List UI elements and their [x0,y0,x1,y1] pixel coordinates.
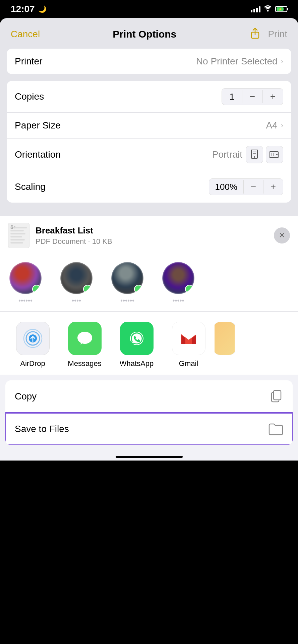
page-title: Print Options [113,29,176,40]
doc-info: Breakfast List PDF Document · 10 KB [36,225,112,246]
gmail-label: Gmail [179,359,198,368]
printer-card: Printer No Printer Selected › [7,49,291,74]
whatsapp-label: WhatsApp [120,359,154,368]
gmail-icon [172,322,205,355]
battery-icon: ⚡ [275,6,287,12]
scaling-label: Scaling [15,181,46,192]
list-item[interactable]: •••• [51,262,102,305]
scaling-stepper: 100% − + [209,178,284,195]
signal-bars-icon [251,6,260,12]
list-item[interactable]: ••••• [153,262,204,305]
doc-thumbnail: 5↑ [8,223,29,248]
whatsapp-item[interactable]: WhatsApp [111,322,163,368]
gmail-item[interactable]: Gmail [163,322,215,368]
home-bar[interactable] [116,456,183,458]
avatar [162,262,194,294]
contacts-row: •••••• •••• •••••• ••••• [0,255,298,312]
contact-name: •••• [72,297,81,305]
paper-size-value: A4 › [266,120,283,131]
document-preview-row: 5↑ Breakfast List PDF Document · 10 KB ✕ [0,216,298,255]
messages-item[interactable]: Messages [59,322,111,368]
close-document-button[interactable]: ✕ [274,227,290,244]
svg-rect-19 [274,390,281,400]
avatar [60,262,93,294]
printer-value: No Printer Selected › [196,56,283,67]
apps-row: AirDrop Messages WhatsApp [0,312,298,375]
print-settings-card: Copies 1 − + Paper Size A4 › Orientation… [7,81,291,203]
doc-preview-left: 5↑ Breakfast List PDF Document · 10 KB [8,223,112,248]
copy-row[interactable]: Copy [5,380,293,413]
copies-row: Copies 1 − + [7,81,291,113]
messages-label: Messages [68,359,101,368]
header-right: Print [249,28,287,41]
copies-label: Copies [15,91,44,102]
printer-chevron-icon: › [281,57,283,66]
contact-name: •••••• [120,297,134,305]
contact-name: ••••• [172,297,184,305]
folder-icon [269,422,283,436]
status-time: 12:07 [11,4,35,14]
moon-icon: 🌙 [38,5,47,13]
contact-name: •••••• [18,297,33,305]
svg-point-3 [254,156,255,158]
share-button[interactable] [249,28,261,41]
copy-label: Copy [15,391,37,402]
orientation-row: Orientation Portrait [7,139,291,171]
landscape-button[interactable] [266,146,283,163]
wifi-icon [264,5,272,13]
contact-badge [32,285,41,293]
copies-value: 1 [222,89,242,105]
print-header: Cancel Print Options Print [0,18,298,49]
more-item[interactable] [215,322,235,368]
scaling-increment-button[interactable]: + [263,179,283,195]
orientation-label: Orientation [15,149,61,160]
airdrop-icon [16,322,50,355]
status-icons: ⚡ [251,5,287,13]
printer-label: Printer [15,56,42,67]
orientation-buttons [246,146,283,163]
cancel-button[interactable]: Cancel [11,29,40,40]
copies-increment-button[interactable]: + [263,89,283,105]
status-bar: 12:07 🌙 ⚡ [0,0,298,18]
contact-badge [185,285,194,293]
share-icon [249,28,261,40]
paper-size-label: Paper Size [15,120,61,131]
avatar [111,262,143,294]
paper-size-row[interactable]: Paper Size A4 › [7,113,291,139]
landscape-icon [270,150,280,159]
copy-icon [269,389,283,404]
doc-meta: PDF Document · 10 KB [36,237,112,246]
avatar [9,262,42,294]
list-item[interactable]: •••••• [0,262,51,305]
doc-name: Breakfast List [36,225,112,236]
messages-icon [68,322,102,355]
contact-badge [134,285,143,293]
printer-row[interactable]: Printer No Printer Selected › [7,49,291,74]
print-options-panel: Cancel Print Options Print Printer No Pr… [0,18,298,216]
print-button[interactable]: Print [268,29,287,40]
copies-stepper: 1 − + [222,88,283,105]
paper-size-chevron-icon: › [281,121,283,130]
svg-rect-16 [178,328,199,349]
more-icon [215,322,235,355]
portrait-icon [250,150,259,160]
scaling-value: 100% [209,179,244,195]
orientation-value: Portrait [212,146,283,163]
scaling-decrement-button[interactable]: − [244,179,263,195]
copies-decrement-button[interactable]: − [242,89,262,105]
save-to-files-label: Save to Files [15,424,69,434]
whatsapp-icon [120,322,154,355]
svg-point-13 [77,332,92,344]
airdrop-svg [23,328,43,348]
share-sheet: 5↑ Breakfast List PDF Document · 10 KB ✕… [0,216,298,461]
portrait-button[interactable] [246,146,263,163]
airdrop-item[interactable]: AirDrop [7,322,59,368]
list-item[interactable]: •••••• [102,262,153,305]
svg-point-7 [276,154,278,155]
save-to-files-row[interactable]: Save to Files [5,413,293,445]
contact-badge [83,285,92,293]
svg-point-0 [267,10,269,11]
home-indicator [0,450,298,461]
airdrop-label: AirDrop [20,359,45,368]
action-rows: Copy Save to Files [5,380,293,445]
